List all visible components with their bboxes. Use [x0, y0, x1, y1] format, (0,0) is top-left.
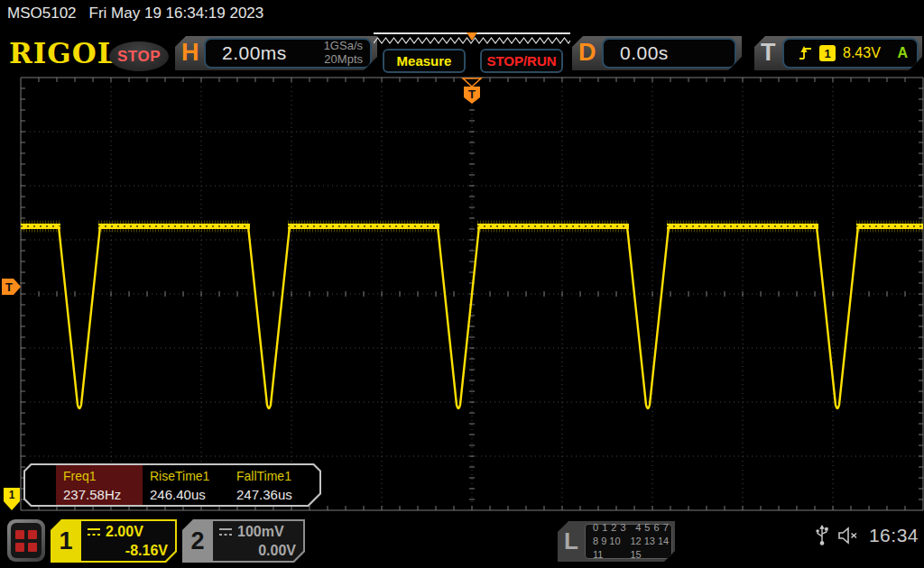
- measurement-results-box[interactable]: Freq1 237.58Hz RiseTime1 246.40us FallTi…: [23, 463, 321, 507]
- channel1-offset: -8.16V: [87, 543, 170, 559]
- measurement-falltime[interactable]: FallTime1 247.36us: [229, 465, 316, 505]
- clock-text: 16:34: [869, 525, 919, 546]
- measurement-freq[interactable]: Freq1 237.58Hz: [56, 465, 143, 505]
- channel2-values: 100mV 0.00V: [213, 521, 303, 561]
- bottom-status-bar: 1 2.00V -8.16V 2 100mV 0.00V: [0, 514, 924, 568]
- trigger-position-marker[interactable]: [463, 78, 481, 87]
- dc-coupling-icon: [87, 527, 101, 537]
- channel1-widget[interactable]: 1 2.00V -8.16V: [51, 519, 177, 563]
- dc-coupling-icon: [218, 527, 233, 537]
- channel2-scale: 100mV: [237, 524, 284, 540]
- channel2-widget[interactable]: 2 100mV 0.00V: [182, 519, 305, 563]
- usb-icon: [815, 523, 829, 547]
- channel2-number: 2: [182, 519, 213, 563]
- svg-text:1: 1: [9, 489, 15, 501]
- logic-analyzer-widget[interactable]: L 0 1 2 3 4 5 6 7 8 9 10 11 12 13 14 15: [558, 521, 675, 562]
- channel1-number: 1: [51, 519, 81, 563]
- logic-analyzer-label: L: [558, 521, 585, 562]
- channel1-scale: 2.00V: [106, 524, 143, 540]
- measurement-risetime[interactable]: RiseTime1 246.40us: [143, 465, 229, 505]
- channel1-values: 2.00V -8.16V: [81, 521, 175, 561]
- digital-channel-list: 0 1 2 3 4 5 6 7 8 9 10 11 12 13 14 15: [585, 524, 672, 559]
- svg-text:T: T: [5, 280, 13, 294]
- status-icons: 16:34: [815, 523, 919, 547]
- oscilloscope-screen: { "topbar": { "model": "MSO5102", "datet…: [0, 0, 924, 568]
- channel1-trace-pulses[interactable]: [59, 226, 858, 408]
- quick-menu-button[interactable]: [7, 519, 45, 562]
- svg-text:T: T: [468, 87, 476, 101]
- speaker-muted-icon: [838, 527, 860, 545]
- menu-grid-icon: [11, 523, 42, 558]
- channel2-offset: 0.00V: [218, 543, 298, 559]
